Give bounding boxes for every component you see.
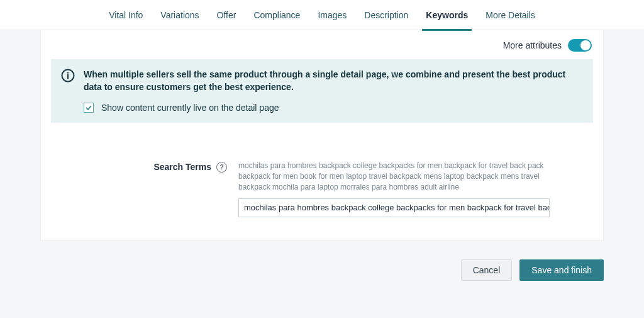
help-icon[interactable]: ? [216,162,227,173]
footer: Cancel Save and finish [0,253,644,281]
panel: More attributes When multiple sellers se… [40,30,604,241]
tab-offer[interactable]: Offer [208,0,245,30]
tab-description[interactable]: Description [355,0,417,30]
tab-label: Offer [217,10,236,20]
search-terms-hint: mochilas para hombres backpack college b… [238,161,550,193]
more-attributes-row: More attributes [41,30,603,59]
tab-label: More Details [486,10,535,20]
info-icon [61,69,75,82]
svg-rect-2 [67,72,69,74]
tab-variations[interactable]: Variations [152,0,208,30]
search-terms-input-value: mochilas para hombres backpack college b… [244,203,550,212]
svg-rect-1 [67,74,69,79]
more-attributes-label: More attributes [503,40,562,50]
info-body: When multiple sellers sell the same prod… [84,68,583,113]
tab-images[interactable]: Images [309,0,355,30]
field-label-col: Search Terms ? [51,161,232,173]
show-content-label: Show content currently live on the detai… [101,103,279,113]
more-attributes-toggle[interactable] [568,39,592,52]
tab-label: Images [318,10,347,20]
tab-label: Compliance [253,10,300,20]
search-terms-input[interactable]: mochilas para hombres backpack college b… [238,198,550,217]
save-and-finish-button[interactable]: Save and finish [519,259,604,281]
search-terms-label: Search Terms [153,162,211,172]
tab-label: Vital Info [109,10,143,20]
info-box: When multiple sellers sell the same prod… [51,59,593,123]
tab-label: Keywords [426,10,468,20]
show-content-row: Show content currently live on the detai… [84,103,583,113]
tab-keywords[interactable]: Keywords [417,0,477,30]
button-label: Cancel [473,265,501,275]
tab-label: Description [364,10,408,20]
info-text: When multiple sellers sell the same prod… [84,68,583,94]
cancel-button[interactable]: Cancel [461,259,513,281]
tab-vital-info[interactable]: Vital Info [100,0,152,30]
button-label: Save and finish [531,265,592,275]
tab-compliance[interactable]: Compliance [245,0,309,30]
field-value-col: mochilas para hombres backpack college b… [232,161,593,217]
tab-bar: Vital Info Variations Offer Compliance I… [0,0,644,30]
check-icon [85,104,92,111]
search-terms-field: Search Terms ? mochilas para hombres bac… [41,142,603,240]
show-content-checkbox[interactable] [84,103,94,113]
tab-label: Variations [160,10,199,20]
tab-more-details[interactable]: More Details [477,0,544,30]
